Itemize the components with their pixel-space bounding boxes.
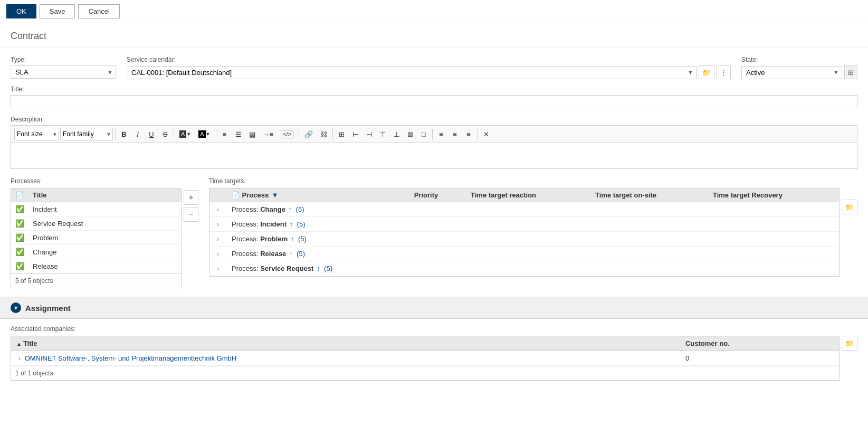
tt-col-recovery: Time target Recovery (708, 188, 839, 202)
font-color-button[interactable]: A ▼ (176, 128, 194, 140)
tt-priority-cell (409, 261, 465, 276)
main-content: Type: SLA OLA UC ▼ Service calendar: CAL… (0, 48, 868, 297)
state-action-icon: ⊞ (848, 69, 854, 77)
table-split-button[interactable]: ⊠ (404, 128, 416, 140)
processes-table: 📄 Title ✅ Incident ✅ Service Request (11, 188, 181, 273)
tt-reaction-cell (465, 217, 590, 232)
tt-recovery-cell (708, 217, 839, 232)
expand-button[interactable]: › (215, 206, 221, 213)
type-select[interactable]: SLA OLA UC (11, 65, 116, 79)
editor-area[interactable] (11, 143, 857, 169)
calendar-folder-button[interactable]: 📁 (699, 65, 714, 79)
tt-table: 📄 Process ▼ Priority Time target reactio… (209, 188, 839, 276)
process-name: Service Request (260, 265, 313, 272)
unlink-button[interactable]: ⛓ (317, 128, 330, 140)
tt-priority-cell (409, 232, 465, 247)
calendar-more-button[interactable]: ⋮ (717, 65, 731, 79)
process-name-cell[interactable]: Problem (28, 231, 181, 245)
process-check-cell: ✅ (11, 202, 28, 216)
assoc-row: › OMNINET Software-, System- und Projekt… (11, 351, 839, 366)
align-right-button[interactable]: ≡ (462, 128, 475, 140)
add-process-button[interactable]: + (184, 190, 198, 205)
expand-button[interactable]: › (215, 250, 221, 258)
expand-button[interactable]: › (215, 235, 221, 243)
company-link[interactable]: OMNINET Software-, System- und Projektma… (25, 354, 236, 362)
ordered-list-button[interactable]: ≡ (218, 128, 231, 140)
process-check-cell: ✅ (11, 245, 28, 259)
table-row-before-button[interactable]: ⊤ (376, 128, 389, 140)
strikethrough-button[interactable]: S (159, 128, 171, 140)
state-select[interactable]: Active Inactive (741, 66, 842, 79)
tt-row: › Process: Service Request ↑ (5) (209, 261, 839, 276)
process-name-cell[interactable]: Service Request (28, 216, 181, 231)
source-button[interactable]: </> (278, 128, 297, 140)
italic-button[interactable]: I (131, 128, 144, 140)
bg-color-icon: A (198, 130, 205, 138)
title-input[interactable]: [Default-SLA] (11, 95, 857, 109)
table-merge-button[interactable]: □ (417, 128, 430, 140)
sort-up-icon: ↑ (291, 235, 294, 243)
underline-button[interactable]: U (145, 128, 158, 140)
time-targets-label: Time targets: (209, 177, 857, 185)
link-button[interactable]: 🔗 (301, 128, 316, 140)
bg-color-button[interactable]: A ▼ (195, 128, 213, 140)
assignment-content: Associated companies: Title Customer no.… (0, 319, 868, 387)
justify-button[interactable]: ▤ (246, 128, 259, 140)
process-row: ✅ Release (11, 259, 181, 273)
assoc-expand-button[interactable]: › (16, 355, 23, 362)
check-icon: ✅ (15, 233, 24, 242)
check-icon: ✅ (15, 205, 24, 213)
process-name-cell[interactable]: Release (28, 259, 181, 273)
tt-folder-button[interactable]: 📁 (842, 200, 857, 214)
state-select-wrapper: Active Inactive ▼ (741, 66, 842, 79)
ok-button[interactable]: OK (6, 4, 36, 18)
assoc-count: 1 of 1 objects (11, 366, 839, 380)
type-label: Type: (11, 56, 116, 63)
remove-process-button[interactable]: − (184, 207, 198, 222)
align-center-button[interactable]: ≡ (449, 128, 461, 140)
assoc-customer-no-cell: 0 (680, 351, 839, 366)
sort-up-icon: ↑ (290, 220, 293, 228)
count-badge: (5) (297, 220, 306, 228)
process-prefix: Process: (232, 205, 260, 213)
font-family-select[interactable]: Font family ArialTimes New RomanCourier … (60, 128, 113, 140)
table-col-right-button[interactable]: ⊣ (363, 128, 375, 140)
processes-actions: + − (182, 188, 201, 288)
assignment-toggle[interactable]: ▾ (11, 303, 21, 313)
expand-button[interactable]: › (215, 265, 221, 272)
tt-expand-cell[interactable]: › (209, 247, 226, 261)
tt-reaction-cell (465, 202, 590, 217)
assoc-folder-button[interactable]: 📁 (842, 336, 857, 351)
tt-expand-cell[interactable]: › (209, 232, 226, 247)
sort-up-icon: ↑ (288, 205, 292, 213)
tt-expand-cell[interactable]: › (209, 202, 226, 217)
process-name-cell[interactable]: Incident (28, 202, 181, 216)
unordered-list-button[interactable]: ☰ (232, 128, 245, 140)
tt-col-expand (209, 188, 226, 202)
save-button[interactable]: Save (40, 4, 75, 18)
tt-expand-cell[interactable]: › (209, 261, 226, 276)
description-section: Description: Font size 81012 141618 2436… (11, 116, 857, 169)
assoc-title-cell: › OMNINET Software-, System- und Projekt… (11, 351, 680, 366)
font-size-select[interactable]: Font size 81012 141618 2436 (14, 128, 59, 140)
process-name-cell[interactable]: Change (28, 245, 181, 259)
cancel-button[interactable]: Cancel (78, 4, 119, 18)
expand-button[interactable]: › (215, 221, 221, 228)
bold-button[interactable]: B (118, 128, 130, 140)
tt-expand-cell[interactable]: › (209, 217, 226, 232)
table-col-left-button[interactable]: ⊢ (349, 128, 361, 140)
processes-table-wrap: 📄 Title ✅ Incident ✅ Service Request (11, 188, 182, 288)
indent-button[interactable]: →≡ (260, 128, 277, 140)
service-calendar-select[interactable]: CAL-0001: [Default Deutschland] (127, 66, 697, 79)
assoc-companies-label: Associated companies: (11, 325, 857, 333)
tt-container: 📄 Process ▼ Priority Time target reactio… (209, 188, 857, 277)
service-calendar-label: Service calendar: (127, 56, 731, 63)
divider-6 (432, 129, 433, 139)
two-panel: Processes: 📄 Title (11, 177, 857, 288)
clear-format-button[interactable]: ✕ (480, 128, 492, 140)
table-button[interactable]: ⊞ (335, 128, 348, 140)
state-action-button[interactable]: ⊞ (844, 65, 857, 79)
process-check-cell: ✅ (11, 231, 28, 245)
align-left-button[interactable]: ≡ (435, 128, 447, 140)
table-row-after-button[interactable]: ⊥ (390, 128, 403, 140)
